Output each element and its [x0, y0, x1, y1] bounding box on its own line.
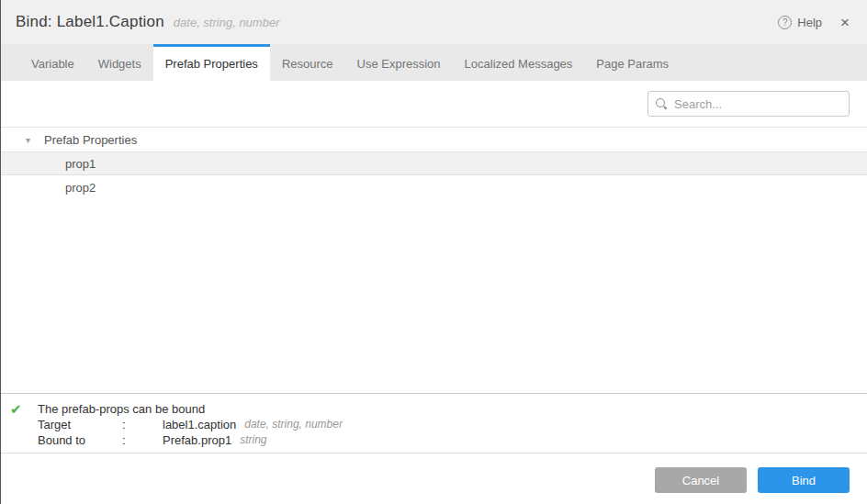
binding-target-row: Target : label1.caption date, string, nu… [38, 417, 343, 432]
search-toolbar [1, 81, 867, 127]
bound-to-label: Bound to [38, 432, 122, 448]
binding-info-panel: ✔ The prefab-props can be bound Target :… [1, 393, 867, 453]
tree-item-prop2[interactable]: prop2 [1, 175, 867, 199]
binding-status-message: The prefab-props can be bound [38, 401, 343, 417]
tab-resource[interactable]: Resource [270, 44, 345, 81]
tab-variable[interactable]: Variable [19, 44, 86, 81]
target-value: label1.caption [163, 417, 236, 432]
close-icon[interactable]: × [840, 15, 850, 30]
bind-button[interactable]: Bind [758, 467, 850, 493]
search-icon [656, 98, 668, 110]
dialog-footer: Cancel Bind [1, 453, 867, 504]
dialog-title-hint: date, string, number [174, 16, 280, 29]
search-box[interactable] [647, 91, 850, 117]
tab-prefab-properties[interactable]: Prefab Properties [153, 44, 270, 81]
cancel-button[interactable]: Cancel [655, 467, 747, 493]
target-colon: : [122, 417, 163, 432]
tab-use-expression[interactable]: Use Expression [345, 44, 453, 81]
success-check-icon: ✔ [10, 401, 38, 453]
search-input[interactable] [674, 97, 841, 111]
prefab-properties-tree: ▾ Prefab Properties prop1 prop2 [1, 127, 867, 393]
help-label: Help [797, 16, 822, 29]
bound-to-value: Prefab.prop1 [163, 432, 231, 448]
bound-to-type-hint: string [240, 432, 266, 448]
caret-down-icon[interactable]: ▾ [26, 135, 35, 145]
tab-localized-messages[interactable]: Localized Messages [453, 44, 585, 81]
bind-dialog: Bind: Label1.Caption date, string, numbe… [0, 0, 867, 504]
target-label: Target [38, 417, 122, 432]
bound-to-row: Bound to : Prefab.prop1 string [38, 432, 343, 448]
tab-page-params[interactable]: Page Params [584, 44, 681, 81]
help-icon: ? [778, 16, 792, 29]
dialog-header: Bind: Label1.Caption date, string, numbe… [1, 0, 867, 44]
help-button[interactable]: ? Help [778, 16, 822, 29]
bound-to-colon: : [122, 432, 163, 448]
tree-group-prefab-properties[interactable]: ▾ Prefab Properties [1, 128, 867, 151]
target-type-hint: date, string, number [244, 417, 343, 432]
dialog-title: Bind: Label1.Caption [16, 13, 164, 31]
tab-widgets[interactable]: Widgets [86, 44, 153, 81]
tree-group-label: Prefab Properties [44, 133, 137, 147]
tree-item-prop1[interactable]: prop1 [1, 151, 867, 175]
tab-bar: Variable Widgets Prefab Properties Resou… [1, 44, 867, 81]
